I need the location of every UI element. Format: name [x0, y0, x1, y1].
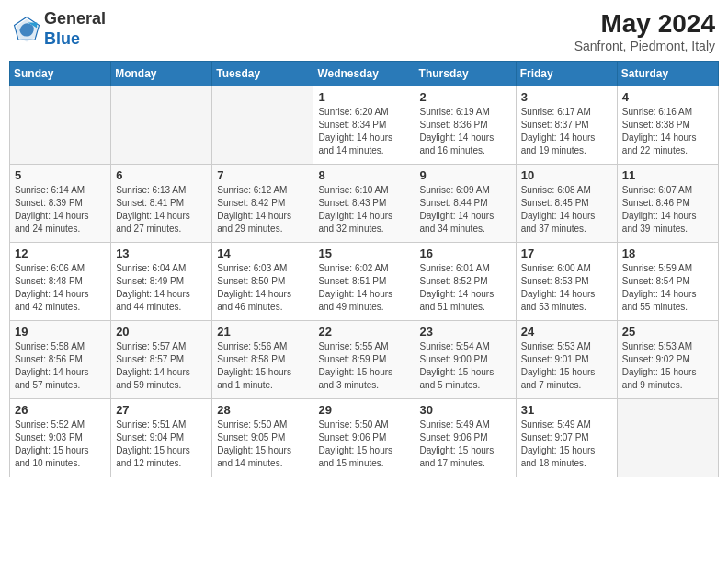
day-info: Sunrise: 5:52 AMSunset: 9:03 PMDaylight:… — [15, 419, 106, 470]
day-number: 17 — [521, 247, 612, 260]
logo: General Blue — [13, 9, 106, 49]
title-block: May 2024 Sanfront, Piedmont, Italy — [574, 9, 715, 53]
logo-icon — [13, 16, 40, 43]
day-number: 22 — [318, 325, 409, 339]
calendar-cell: 7Sunrise: 6:12 AMSunset: 8:42 PMDaylight… — [212, 165, 313, 243]
day-info: Sunrise: 5:49 AMSunset: 9:07 PMDaylight:… — [521, 419, 612, 470]
day-number: 10 — [521, 168, 612, 182]
calendar-cell: 8Sunrise: 6:10 AMSunset: 8:43 PMDaylight… — [313, 165, 415, 243]
calendar-cell: 18Sunrise: 5:59 AMSunset: 8:54 PMDayligh… — [617, 243, 718, 321]
day-info: Sunrise: 6:09 AMSunset: 8:44 PMDaylight:… — [420, 184, 511, 236]
calendar-cell: 10Sunrise: 6:08 AMSunset: 8:45 PMDayligh… — [516, 165, 617, 243]
col-header-sunday: Sunday — [10, 62, 111, 86]
day-info: Sunrise: 6:17 AMSunset: 8:37 PMDaylight:… — [521, 106, 612, 157]
day-info: Sunrise: 6:03 AMSunset: 8:50 PMDaylight:… — [217, 262, 308, 314]
calendar-cell: 3Sunrise: 6:17 AMSunset: 8:37 PMDaylight… — [516, 86, 617, 165]
day-info: Sunrise: 6:06 AMSunset: 8:48 PMDaylight:… — [15, 262, 106, 314]
day-info: Sunrise: 6:12 AMSunset: 8:42 PMDaylight:… — [217, 184, 308, 236]
day-info: Sunrise: 6:00 AMSunset: 8:53 PMDaylight:… — [521, 262, 612, 314]
day-number: 20 — [116, 325, 207, 339]
day-info: Sunrise: 5:54 AMSunset: 9:00 PMDaylight:… — [420, 340, 511, 392]
day-info: Sunrise: 6:04 AMSunset: 8:49 PMDaylight:… — [116, 262, 207, 314]
calendar-cell: 1Sunrise: 6:20 AMSunset: 8:34 PMDaylight… — [313, 86, 415, 165]
calendar-cell: 30Sunrise: 5:49 AMSunset: 9:06 PMDayligh… — [415, 399, 516, 477]
logo-text: General Blue — [44, 9, 106, 49]
day-info: Sunrise: 5:50 AMSunset: 9:06 PMDaylight:… — [318, 419, 409, 470]
day-number: 7 — [217, 168, 308, 182]
day-number: 16 — [420, 247, 511, 260]
calendar-cell: 12Sunrise: 6:06 AMSunset: 8:48 PMDayligh… — [10, 243, 111, 321]
calendar-table: SundayMondayTuesdayWednesdayThursdayFrid… — [9, 61, 719, 477]
day-number: 14 — [217, 247, 308, 260]
day-number: 23 — [420, 325, 511, 339]
logo-general: General — [44, 9, 106, 28]
day-number: 6 — [116, 168, 207, 182]
day-info: Sunrise: 6:02 AMSunset: 8:51 PMDaylight:… — [318, 262, 409, 314]
calendar-cell: 20Sunrise: 5:57 AMSunset: 8:57 PMDayligh… — [111, 321, 212, 399]
day-info: Sunrise: 5:53 AMSunset: 9:02 PMDaylight:… — [622, 340, 713, 392]
calendar-cell: 24Sunrise: 5:53 AMSunset: 9:01 PMDayligh… — [516, 321, 617, 399]
location-subtitle: Sanfront, Piedmont, Italy — [574, 39, 715, 53]
day-number: 24 — [521, 325, 612, 339]
week-row-5: 26Sunrise: 5:52 AMSunset: 9:03 PMDayligh… — [10, 399, 719, 477]
day-info: Sunrise: 5:51 AMSunset: 9:04 PMDaylight:… — [116, 419, 207, 470]
calendar-cell: 23Sunrise: 5:54 AMSunset: 9:00 PMDayligh… — [415, 321, 516, 399]
day-number: 15 — [318, 247, 409, 260]
day-info: Sunrise: 5:55 AMSunset: 8:59 PMDaylight:… — [318, 340, 409, 392]
calendar-cell: 15Sunrise: 6:02 AMSunset: 8:51 PMDayligh… — [313, 243, 415, 321]
day-info: Sunrise: 5:50 AMSunset: 9:05 PMDaylight:… — [217, 419, 308, 470]
day-number: 8 — [318, 168, 409, 182]
day-number: 12 — [15, 247, 106, 260]
day-number: 5 — [15, 168, 106, 182]
day-headers-row: SundayMondayTuesdayWednesdayThursdayFrid… — [10, 62, 719, 86]
month-year-title: May 2024 — [574, 9, 715, 39]
logo-blue: Blue — [44, 29, 80, 48]
day-info: Sunrise: 5:49 AMSunset: 9:06 PMDaylight:… — [420, 419, 511, 470]
day-info: Sunrise: 6:16 AMSunset: 8:38 PMDaylight:… — [622, 106, 713, 157]
calendar-cell — [212, 86, 313, 165]
day-number: 25 — [622, 325, 713, 339]
calendar-cell: 11Sunrise: 6:07 AMSunset: 8:46 PMDayligh… — [617, 165, 718, 243]
col-header-wednesday: Wednesday — [313, 62, 415, 86]
col-header-thursday: Thursday — [415, 62, 516, 86]
col-header-monday: Monday — [111, 62, 212, 86]
calendar-cell: 28Sunrise: 5:50 AMSunset: 9:05 PMDayligh… — [212, 399, 313, 477]
day-info: Sunrise: 5:53 AMSunset: 9:01 PMDaylight:… — [521, 340, 612, 392]
col-header-saturday: Saturday — [617, 62, 718, 86]
day-number: 28 — [217, 403, 308, 417]
day-info: Sunrise: 6:07 AMSunset: 8:46 PMDaylight:… — [622, 184, 713, 236]
day-number: 3 — [521, 90, 612, 104]
day-number: 9 — [420, 168, 511, 182]
calendar-cell: 2Sunrise: 6:19 AMSunset: 8:36 PMDaylight… — [415, 86, 516, 165]
day-number: 2 — [420, 90, 511, 104]
day-number: 26 — [15, 403, 106, 417]
day-info: Sunrise: 5:58 AMSunset: 8:56 PMDaylight:… — [15, 340, 106, 392]
day-number: 31 — [521, 403, 612, 417]
day-number: 27 — [116, 403, 207, 417]
calendar-cell: 31Sunrise: 5:49 AMSunset: 9:07 PMDayligh… — [516, 399, 617, 477]
day-info: Sunrise: 6:13 AMSunset: 8:41 PMDaylight:… — [116, 184, 207, 236]
col-header-friday: Friday — [516, 62, 617, 86]
week-row-2: 5Sunrise: 6:14 AMSunset: 8:39 PMDaylight… — [10, 165, 719, 243]
week-row-4: 19Sunrise: 5:58 AMSunset: 8:56 PMDayligh… — [10, 321, 719, 399]
calendar-cell: 17Sunrise: 6:00 AMSunset: 8:53 PMDayligh… — [516, 243, 617, 321]
calendar-cell: 19Sunrise: 5:58 AMSunset: 8:56 PMDayligh… — [10, 321, 111, 399]
day-info: Sunrise: 6:14 AMSunset: 8:39 PMDaylight:… — [15, 184, 106, 236]
day-number: 1 — [318, 90, 409, 104]
calendar-cell: 27Sunrise: 5:51 AMSunset: 9:04 PMDayligh… — [111, 399, 212, 477]
calendar-cell: 29Sunrise: 5:50 AMSunset: 9:06 PMDayligh… — [313, 399, 415, 477]
day-number: 4 — [622, 90, 713, 104]
calendar-cell: 9Sunrise: 6:09 AMSunset: 8:44 PMDaylight… — [415, 165, 516, 243]
week-row-1: 1Sunrise: 6:20 AMSunset: 8:34 PMDaylight… — [10, 86, 719, 165]
day-info: Sunrise: 6:01 AMSunset: 8:52 PMDaylight:… — [420, 262, 511, 314]
day-info: Sunrise: 6:08 AMSunset: 8:45 PMDaylight:… — [521, 184, 612, 236]
calendar-cell: 26Sunrise: 5:52 AMSunset: 9:03 PMDayligh… — [10, 399, 111, 477]
calendar-cell: 4Sunrise: 6:16 AMSunset: 8:38 PMDaylight… — [617, 86, 718, 165]
day-info: Sunrise: 6:20 AMSunset: 8:34 PMDaylight:… — [318, 106, 409, 157]
calendar-cell: 14Sunrise: 6:03 AMSunset: 8:50 PMDayligh… — [212, 243, 313, 321]
day-number: 19 — [15, 325, 106, 339]
calendar-cell: 5Sunrise: 6:14 AMSunset: 8:39 PMDaylight… — [10, 165, 111, 243]
calendar-cell: 6Sunrise: 6:13 AMSunset: 8:41 PMDaylight… — [111, 165, 212, 243]
col-header-tuesday: Tuesday — [212, 62, 313, 86]
day-info: Sunrise: 5:59 AMSunset: 8:54 PMDaylight:… — [622, 262, 713, 314]
